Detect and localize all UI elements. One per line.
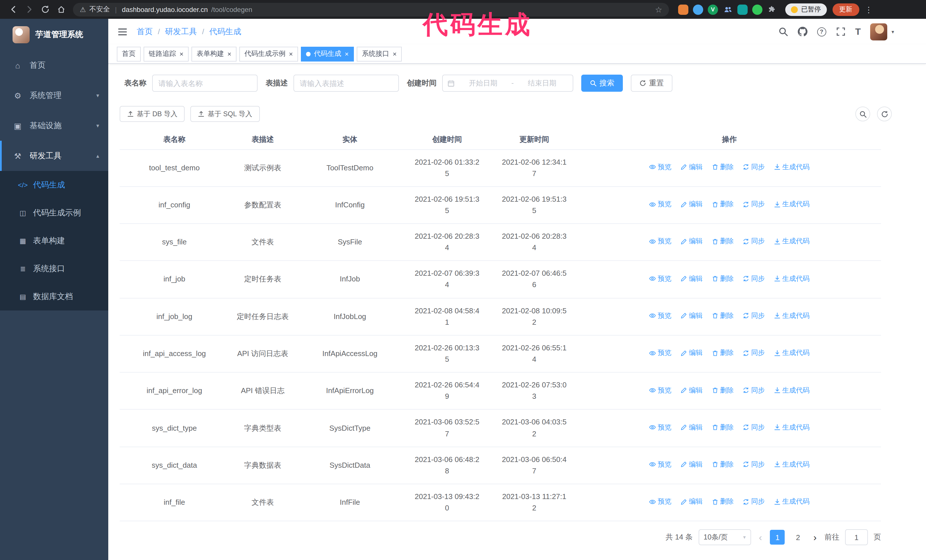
sync-link[interactable]: 同步 bbox=[743, 236, 765, 247]
edit-link[interactable]: 编辑 bbox=[680, 459, 703, 470]
delete-link[interactable]: 删除 bbox=[711, 385, 734, 395]
extension-icon-leaf[interactable] bbox=[752, 4, 763, 15]
tab-codegen[interactable]: 代码生成× bbox=[301, 47, 354, 61]
close-icon[interactable]: × bbox=[180, 50, 183, 57]
search-button[interactable]: 搜索 bbox=[581, 75, 623, 92]
edit-link[interactable]: 编辑 bbox=[680, 348, 703, 358]
sidebar-item-codegen[interactable]: </> 代码生成 bbox=[0, 171, 108, 199]
font-size-icon[interactable]: T bbox=[855, 27, 861, 36]
extension-icon-blue[interactable] bbox=[693, 4, 703, 15]
sync-link[interactable]: 同步 bbox=[743, 311, 765, 321]
tab-home[interactable]: 首页 bbox=[117, 47, 141, 61]
forward-icon[interactable] bbox=[22, 2, 36, 17]
sidebar-item-dev-tools[interactable]: ⚒ 研发工具 ▴ bbox=[0, 141, 108, 171]
sidebar-item-home[interactable]: ⌂ 首页 bbox=[0, 50, 108, 80]
table-desc-input[interactable] bbox=[294, 75, 399, 92]
delete-link[interactable]: 删除 bbox=[711, 497, 734, 507]
home-icon[interactable] bbox=[54, 2, 68, 17]
page-2-button[interactable]: 2 bbox=[791, 530, 805, 545]
preview-link[interactable]: 预览 bbox=[649, 497, 672, 507]
delete-link[interactable]: 删除 bbox=[711, 162, 734, 172]
generate-code-link[interactable]: 生成代码 bbox=[774, 497, 810, 507]
address-bar[interactable]: ⚠ 不安全 | dashboard.yudao.iocoder.cn/tool/… bbox=[73, 3, 669, 16]
sync-link[interactable]: 同步 bbox=[743, 162, 765, 172]
page-1-button[interactable]: 1 bbox=[770, 530, 785, 545]
search-icon[interactable] bbox=[778, 27, 788, 36]
close-icon[interactable]: × bbox=[345, 50, 349, 57]
sync-link[interactable]: 同步 bbox=[743, 273, 765, 284]
preview-link[interactable]: 预览 bbox=[649, 199, 672, 209]
delete-link[interactable]: 删除 bbox=[711, 459, 734, 470]
goto-page-input[interactable] bbox=[845, 530, 868, 545]
edit-link[interactable]: 编辑 bbox=[680, 273, 703, 284]
delete-link[interactable]: 删除 bbox=[711, 348, 734, 358]
extension-icon-orange[interactable] bbox=[678, 4, 688, 15]
delete-link[interactable]: 删除 bbox=[711, 273, 734, 284]
generate-code-link[interactable]: 生成代码 bbox=[774, 348, 810, 358]
tab-trace[interactable]: 链路追踪× bbox=[144, 47, 189, 61]
generate-code-link[interactable]: 生成代码 bbox=[774, 273, 810, 284]
refresh-table-button[interactable] bbox=[877, 107, 892, 121]
preview-link[interactable]: 预览 bbox=[649, 385, 672, 395]
preview-link[interactable]: 预览 bbox=[649, 162, 672, 172]
sync-link[interactable]: 同步 bbox=[743, 497, 765, 507]
sidebar-item-form-builder[interactable]: ▦ 表单构建 bbox=[0, 227, 108, 255]
edit-link[interactable]: 编辑 bbox=[680, 385, 703, 395]
generate-code-link[interactable]: 生成代码 bbox=[774, 162, 810, 172]
github-icon[interactable] bbox=[797, 27, 807, 36]
generate-code-link[interactable]: 生成代码 bbox=[774, 459, 810, 470]
edit-link[interactable]: 编辑 bbox=[680, 422, 703, 433]
delete-link[interactable]: 删除 bbox=[711, 422, 734, 433]
close-icon[interactable]: × bbox=[289, 50, 293, 57]
edit-link[interactable]: 编辑 bbox=[680, 162, 703, 172]
sync-link[interactable]: 同步 bbox=[743, 459, 765, 470]
edit-link[interactable]: 编辑 bbox=[680, 497, 703, 507]
help-icon[interactable]: ? bbox=[817, 27, 826, 36]
edit-link[interactable]: 编辑 bbox=[680, 236, 703, 247]
next-page-button[interactable]: › bbox=[811, 533, 819, 542]
tab-form-builder[interactable]: 表单构建× bbox=[191, 47, 236, 61]
extension-icon-teal[interactable] bbox=[737, 4, 747, 15]
prev-page-button[interactable]: ‹ bbox=[757, 533, 764, 542]
sidebar-item-infrastructure[interactable]: ▣ 基础设施 ▾ bbox=[0, 110, 108, 141]
close-icon[interactable]: × bbox=[227, 50, 232, 57]
reload-icon[interactable] bbox=[38, 2, 53, 17]
breadcrumb-dev-tools[interactable]: 研发工具 bbox=[165, 27, 197, 37]
sidebar-item-system-management[interactable]: ⚙ 系统管理 ▾ bbox=[0, 80, 108, 110]
preview-link[interactable]: 预览 bbox=[649, 236, 672, 247]
hamburger-icon[interactable] bbox=[117, 27, 128, 37]
back-icon[interactable] bbox=[6, 2, 21, 17]
edit-link[interactable]: 编辑 bbox=[680, 199, 703, 209]
generate-code-link[interactable]: 生成代码 bbox=[774, 236, 810, 247]
generate-code-link[interactable]: 生成代码 bbox=[774, 422, 810, 433]
table-name-input[interactable] bbox=[152, 75, 257, 92]
import-db-button[interactable]: 基于 DB 导入 bbox=[120, 106, 185, 122]
preview-link[interactable]: 预览 bbox=[649, 273, 672, 284]
preview-link[interactable]: 预览 bbox=[649, 311, 672, 321]
extensions-puzzle-icon[interactable] bbox=[767, 4, 777, 15]
extension-icon-people[interactable] bbox=[723, 4, 733, 15]
create-time-range-picker[interactable]: 开始日期 - 结束日期 bbox=[442, 75, 573, 92]
generate-code-link[interactable]: 生成代码 bbox=[774, 311, 810, 321]
preview-link[interactable]: 预览 bbox=[649, 459, 672, 470]
bookmark-star-icon[interactable]: ☆ bbox=[655, 5, 662, 14]
extension-icon-green-v[interactable]: V bbox=[708, 4, 718, 15]
sidebar-item-system-api[interactable]: ≣ 系统接口 bbox=[0, 255, 108, 282]
tab-system-api[interactable]: 系统接口× bbox=[357, 47, 402, 61]
sync-link[interactable]: 同步 bbox=[743, 385, 765, 395]
import-sql-button[interactable]: 基于 SQL 导入 bbox=[191, 106, 260, 122]
delete-link[interactable]: 删除 bbox=[711, 236, 734, 247]
browser-menu-icon[interactable]: ⋮ bbox=[865, 5, 873, 14]
sync-link[interactable]: 同步 bbox=[743, 199, 765, 209]
paused-badge[interactable]: 已暂停 bbox=[785, 3, 826, 16]
delete-link[interactable]: 删除 bbox=[711, 311, 734, 321]
generate-code-link[interactable]: 生成代码 bbox=[774, 199, 810, 209]
preview-link[interactable]: 预览 bbox=[649, 422, 672, 433]
preview-link[interactable]: 预览 bbox=[649, 348, 672, 358]
fullscreen-icon[interactable] bbox=[836, 27, 845, 36]
edit-link[interactable]: 编辑 bbox=[680, 311, 703, 321]
tab-codegen-example[interactable]: 代码生成示例× bbox=[239, 47, 298, 61]
reset-button[interactable]: 重置 bbox=[631, 75, 672, 92]
sync-link[interactable]: 同步 bbox=[743, 422, 765, 433]
sidebar-item-codegen-example[interactable]: ◫ 代码生成示例 bbox=[0, 199, 108, 227]
